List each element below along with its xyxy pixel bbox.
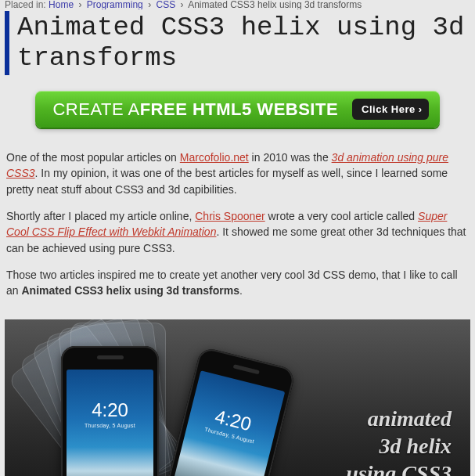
breadcrumb-sep: ›: [148, 0, 151, 9]
paragraph-3: Those two articles inspired me to create…: [6, 267, 469, 299]
paragraph-2: Shortly after I placed my article online…: [6, 208, 469, 256]
cta-text-bold: FREE HTML5 WEBSITE: [140, 99, 338, 120]
hero-line-3: using CSS3: [346, 460, 452, 476]
cta-text-pre: CREATE A: [52, 99, 139, 120]
iphone-front: 4:20 Thursday, 5 August › slide to unloc…: [61, 346, 159, 476]
breadcrumb-css[interactable]: CSS: [156, 0, 175, 9]
link-marcofolio[interactable]: Marcofolio.net: [180, 151, 249, 164]
cta-click-label: Click Here: [362, 103, 416, 115]
hero-demo-image: 4:20 Thursday, 5 August › slide to unloc…: [5, 319, 470, 476]
paragraph-1: One of the most popular articles on Marc…: [6, 150, 469, 197]
phone-screen: 4:20 Thursday, 5 August › slide to unloc…: [167, 370, 285, 476]
paragraph-3-bold: Animated CSS3 helix using 3d transforms: [21, 284, 239, 297]
hero-line-2: 3d helix: [346, 432, 452, 460]
article-body: One of the most popular articles on Marc…: [0, 150, 475, 316]
breadcrumb-sep: ›: [78, 0, 81, 9]
lockscreen-clock: 4:20 Thursday, 5 August: [67, 399, 153, 428]
breadcrumb-prefix: Placed in:: [5, 0, 46, 9]
cta-banner-button[interactable]: CREATE A FREE HTML5 WEBSITE Click Here ›: [35, 91, 439, 128]
lockscreen-time: 4:20: [67, 399, 153, 421]
breadcrumb: Placed in: Home › Programming › CSS › An…: [0, 0, 475, 9]
breadcrumb-home[interactable]: Home: [49, 0, 74, 9]
link-chris-spooner[interactable]: Chris Spooner: [195, 210, 265, 222]
phone-speaker: [97, 355, 124, 359]
hero-caption: animated 3d helix using CSS3: [346, 405, 452, 476]
lockscreen-date: Thursday, 5 August: [67, 423, 153, 428]
page-title: Animated CSS3 helix using 3d transforms: [17, 13, 470, 74]
lockscreen-clock: 4:20 Thursday, 5 August: [187, 399, 279, 449]
hero-line-1: animated: [346, 405, 452, 432]
breadcrumb-programming[interactable]: Programming: [87, 0, 143, 9]
phone-speaker: [232, 364, 259, 374]
iphone-tilted: 4:20 Thursday, 5 August › slide to unloc…: [156, 346, 297, 476]
page-title-wrap: Animated CSS3 helix using 3d transforms: [5, 11, 470, 75]
breadcrumb-current: Animated CSS3 helix using 3d transforms: [188, 0, 362, 9]
cta-click-badge: Click Here ›: [352, 99, 428, 120]
phone-screen: 4:20 Thursday, 5 August › slide to unloc…: [67, 370, 153, 476]
breadcrumb-sep: ›: [181, 0, 184, 9]
chevron-right-icon: ›: [419, 103, 423, 115]
